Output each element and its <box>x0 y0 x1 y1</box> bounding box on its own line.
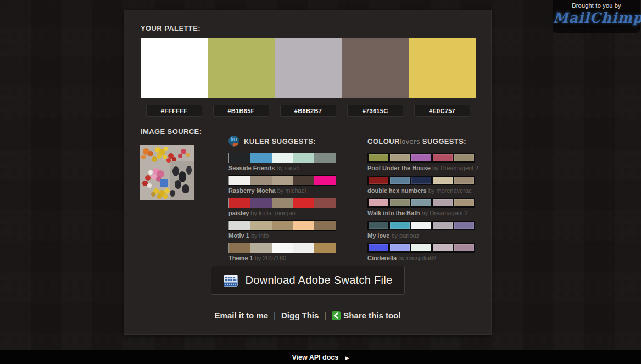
cl-palette-row: My love by parlouz <box>367 221 475 243</box>
palette-color-block <box>433 244 453 251</box>
palette-color-block <box>369 177 388 184</box>
palette-color-block <box>250 176 272 185</box>
kuler-palette-label: Rasberry Mocha by michael <box>228 187 336 194</box>
palette-color-block <box>272 243 293 253</box>
palette-hex-cell: #B6B2B7 <box>275 105 342 117</box>
palette-color-block <box>293 243 314 253</box>
cl-palette-strip[interactable] <box>367 153 475 163</box>
brought-to-you-by-label: Brought to you by <box>553 2 640 9</box>
cl-palette-name-link[interactable]: Cinderella <box>367 255 397 261</box>
palette-color-block <box>314 153 336 163</box>
palette-color-block <box>314 243 336 253</box>
palette-color-block <box>229 198 250 208</box>
palette-hex-value: #E0C757 <box>414 105 470 117</box>
mailchimp-logo[interactable]: MailChimp <box>553 10 640 26</box>
palette-color-block <box>411 177 431 184</box>
palette-color-block <box>229 153 250 163</box>
cl-palette-strip[interactable] <box>367 198 475 208</box>
palette-color-block <box>250 243 272 253</box>
palette-author-label: by sarah <box>275 165 299 171</box>
palette-color-block <box>314 198 336 208</box>
cl-palette-strip[interactable] <box>367 243 475 253</box>
bottom-bar: View API docs ▶ <box>0 350 641 364</box>
share-this-tool-link[interactable]: Share this tool <box>343 311 400 320</box>
palette-color-block <box>250 221 272 230</box>
palette-color-block <box>390 199 410 206</box>
kuler-palette-row: Rasberry Mocha by michael <box>228 176 336 198</box>
colourlovers-palette-list: Pool Under the House by Dreamagent 2doub… <box>367 153 475 266</box>
kuler-palette-label: Motiv 1 by info <box>228 232 336 239</box>
kuler-palette-strip[interactable] <box>228 153 336 163</box>
palette-color-block <box>454 154 474 161</box>
palette-hex-cell: #FFFFFF <box>141 105 208 117</box>
palette-author-label: by parlouz <box>389 232 419 239</box>
page: Brought to you by MailChimp YOUR PALETTE… <box>0 0 641 364</box>
palette-color-block <box>369 244 388 251</box>
kuler-palette-name-link[interactable]: Theme 1 <box>228 255 253 261</box>
download-swatch-label: Download Adobe Swatch File <box>246 274 393 287</box>
swatch-file-icon <box>224 275 238 287</box>
palette-color-block <box>293 176 314 185</box>
colourlovers-suggests-title: COLOURlovers SUGGESTS: <box>367 137 466 145</box>
download-swatch-button[interactable]: Download Adobe Swatch File <box>211 266 405 295</box>
palette-swatch-bar <box>141 38 476 98</box>
separator: | <box>274 311 276 320</box>
palette-hex-row: #FFFFFF#B1B65F#B6B2B7#73615C#E0C757 <box>141 105 476 117</box>
palette-color-block <box>411 244 431 251</box>
palette-color-block <box>293 153 314 163</box>
palette-color-block <box>433 199 453 206</box>
palette-author-label: by Dreamagent 2 <box>431 165 478 171</box>
palette-hex-cell: #73615C <box>342 105 409 117</box>
palette-swatch <box>208 38 275 98</box>
palette-hex-cell: #B1B65F <box>208 105 275 117</box>
kuler-palette-list: Seaside Friends by sarahRasberry Mocha b… <box>228 153 336 266</box>
kuler-palette-strip[interactable] <box>228 176 336 185</box>
your-palette-title: YOUR PALETTE: <box>141 24 200 32</box>
kuler-palette-name-link[interactable]: Seaside Friends <box>228 165 275 171</box>
cl-palette-row: Walk into the Bath by Dreamagent 2 <box>367 198 475 221</box>
kuler-palette-name-link[interactable]: paisley <box>228 210 249 216</box>
cl-palette-name-link[interactable]: Walk into the Bath <box>367 210 420 216</box>
email-it-to-me-link[interactable]: Email it to me <box>215 311 269 320</box>
palette-color-block <box>229 221 250 230</box>
sharethis-icon[interactable] <box>332 311 341 320</box>
palette-color-block <box>293 221 314 230</box>
cl-palette-label: double hex numbers by morenaverac <box>367 187 475 194</box>
cl-palette-name-link[interactable]: Pool Under the House <box>367 165 431 171</box>
palette-color-block <box>411 199 431 206</box>
palette-author-label: by michael <box>276 187 306 194</box>
kuler-palette-name-link[interactable]: Motiv 1 <box>228 232 249 239</box>
kuler-palette-row: Motiv 1 by info <box>228 221 336 243</box>
cl-palette-name-link[interactable]: double hex numbers <box>367 187 427 194</box>
kuler-palette-label: Theme 1 by 2007180 <box>228 255 336 262</box>
cl-palette-name-link[interactable]: My love <box>367 232 389 239</box>
digg-this-link[interactable]: Digg This <box>281 311 319 320</box>
kuler-palette-name-link[interactable]: Rasberry Mocha <box>228 187 276 194</box>
palette-author-label: by morenaverac <box>427 187 472 194</box>
palette-hex-value: #B1B65F <box>213 105 269 117</box>
cl-palette-row: double hex numbers by morenaverac <box>367 176 475 198</box>
cl-palette-label: My love by parlouz <box>367 232 475 239</box>
kuler-icon: ku <box>228 136 239 147</box>
kuler-palette-strip[interactable] <box>228 198 336 208</box>
cl-palette-strip[interactable] <box>367 176 475 185</box>
palette-color-block <box>369 154 388 161</box>
palette-color-block <box>250 153 272 163</box>
source-image-thumbnail <box>140 145 194 200</box>
palette-author-label: by missjulia92 <box>397 255 436 261</box>
cl-palette-label: Pool Under the House by Dreamagent 2 <box>367 165 475 172</box>
kuler-palette-strip[interactable] <box>228 243 336 253</box>
kuler-palette-strip[interactable] <box>228 221 336 230</box>
palette-color-block <box>390 154 410 161</box>
arrow-right-icon: ▶ <box>345 355 349 361</box>
palette-author-label: by info <box>249 232 269 239</box>
view-api-docs-link[interactable]: View API docs <box>292 354 338 361</box>
palette-color-block <box>293 198 314 208</box>
palette-color-block <box>454 244 474 251</box>
palette-color-block <box>250 198 272 208</box>
cl-palette-strip[interactable] <box>367 221 475 230</box>
palette-color-block <box>229 176 250 185</box>
cl-palette-row: Pool Under the House by Dreamagent 2 <box>367 153 475 176</box>
palette-color-block <box>369 199 388 206</box>
kuler-palette-label: paisley by loola_morgan <box>228 210 336 217</box>
